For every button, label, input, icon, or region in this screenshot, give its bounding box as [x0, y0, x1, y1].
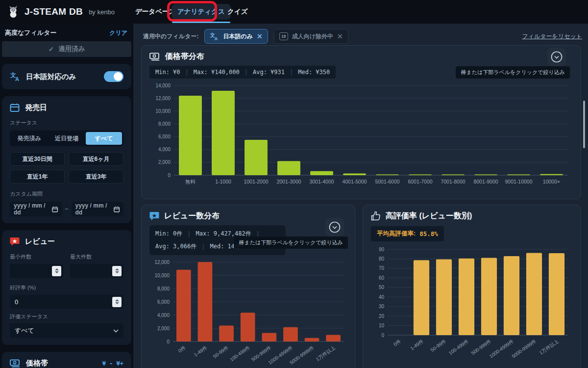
money-icon — [10, 359, 21, 368]
x-axis-label[interactable]: 0件 — [392, 339, 402, 347]
x-axis-label[interactable]: 100-499件 — [448, 339, 470, 356]
bar-0件[interactable] — [176, 270, 191, 342]
rating-status-select[interactable]: すべて — [10, 323, 123, 338]
chart-hint-tooltip: 棒または下部ラベルをクリックで絞り込み — [456, 66, 570, 79]
x-axis-label[interactable]: 100-499件 — [229, 345, 251, 363]
x-axis-label[interactable]: 9001-10000 — [505, 179, 532, 184]
chart-hint-tooltip: 棒または下部ラベルをクリックで絞り込み — [234, 237, 348, 249]
bar-無料[interactable] — [179, 96, 202, 175]
collapse-panel-button[interactable] — [325, 218, 344, 237]
japanese-only-toggle[interactable] — [104, 71, 123, 82]
bar-2001-3000[interactable] — [277, 161, 300, 175]
advanced-filter-title: 高度なフィルター — [5, 28, 57, 37]
min-count-input[interactable] — [10, 264, 63, 278]
x-axis-label[interactable]: 500-999件 — [470, 339, 492, 356]
x-axis-label[interactable]: 8001-9000 — [473, 179, 498, 184]
x-axis-label[interactable]: 1001-2000 — [244, 179, 268, 184]
date-from-input[interactable]: yyyy / mm / dd — [10, 202, 62, 216]
bar-1万件以上[interactable] — [326, 335, 341, 342]
number-spinner[interactable] — [112, 297, 122, 307]
collapse-panel-button[interactable] — [547, 48, 566, 66]
x-axis-label[interactable]: 0件 — [177, 345, 187, 354]
x-axis-label[interactable]: 無料 — [185, 179, 196, 184]
x-axis-label[interactable]: 1-1000 — [215, 179, 231, 184]
close-icon[interactable]: ✕ — [337, 32, 343, 40]
bar-1-49件[interactable] — [414, 260, 429, 335]
y-axis-tick: 50 — [379, 285, 385, 290]
calendar-icon[interactable] — [114, 206, 120, 212]
stat-item: Max: ¥140,000 — [194, 69, 240, 76]
bar-1-1000[interactable] — [212, 91, 235, 175]
number-spinner[interactable] — [112, 266, 122, 276]
bar-1万件以上[interactable] — [549, 253, 564, 335]
bar-5000-9999件[interactable] — [526, 253, 542, 335]
bar-50-99件[interactable] — [436, 259, 452, 335]
x-axis-label[interactable]: 5000-9999件 — [511, 339, 537, 359]
x-axis-label[interactable]: 10000+ — [543, 179, 560, 184]
x-axis-label[interactable]: 1000-4999件 — [488, 339, 514, 359]
x-axis-label[interactable]: 3001-4000 — [309, 179, 334, 184]
x-axis-label[interactable]: 2001-3000 — [276, 179, 301, 184]
positive-rate-input[interactable]: 0 — [10, 295, 123, 309]
bar-1000-4999件[interactable] — [504, 256, 519, 335]
x-axis-label[interactable]: 1万件以上 — [315, 345, 337, 362]
x-axis-label[interactable]: 50-99件 — [212, 345, 229, 359]
bar-5000-9999件[interactable] — [305, 338, 319, 342]
date-preset-button[interactable]: 直近3年 — [69, 170, 123, 184]
clear-filters-link[interactable]: クリア — [109, 29, 127, 37]
date-to-input[interactable]: yyyy / mm / dd — [72, 202, 124, 216]
x-axis-label[interactable]: 1-49件 — [409, 339, 424, 351]
bar-1000-4999件[interactable] — [283, 327, 298, 342]
bar-6001-7000[interactable] — [409, 175, 432, 176]
y-axis-tick: 10,000 — [154, 273, 170, 278]
bar-1001-2000[interactable] — [245, 140, 268, 175]
bar-1-49件[interactable] — [198, 262, 213, 342]
date-preset-button[interactable]: 直近30日間 — [10, 152, 65, 166]
filter-chip[interactable]: 18成人向け除外中✕ — [274, 29, 348, 44]
date-preset-button[interactable]: 直近6ヶ月 — [69, 152, 123, 166]
close-icon[interactable]: ✕ — [257, 32, 263, 40]
price-filter-card[interactable]: 価格帯 ¥ - ¥+ — [2, 352, 131, 368]
reset-filters-link[interactable]: フィルターをリセット — [522, 32, 582, 41]
x-axis-label[interactable]: 1万件以上 — [539, 339, 560, 356]
bar-100-499件[interactable] — [241, 313, 255, 342]
bar-10000+[interactable] — [540, 174, 563, 175]
scrollbar-thumb[interactable] — [583, 101, 585, 148]
stat-item: Med: ¥350 — [298, 69, 330, 76]
stat-item: Avg: 3,066件 — [155, 242, 196, 251]
date-preset-button[interactable]: 直近1年 — [10, 170, 65, 184]
positive-rating-chart: 01020304050607080900件1-49件50-99件100-499件… — [371, 244, 573, 364]
bar-50-99件[interactable] — [219, 326, 234, 342]
svg-text:★: ★ — [13, 238, 17, 244]
positive-rating-panel: 高評価率 (レビュー数別) 平均高評価率: 85.8% 010203040506… — [363, 205, 581, 368]
bar-500-999件[interactable] — [481, 258, 497, 336]
max-count-input[interactable] — [70, 264, 123, 278]
apply-filters-button[interactable]: ✓ 適用済み — [2, 41, 131, 57]
bar-3001-4000[interactable] — [310, 171, 333, 175]
x-axis-label[interactable]: 50-99件 — [430, 339, 447, 353]
status-option[interactable]: 発売済み — [11, 132, 48, 145]
bar-9001-10000[interactable] — [507, 175, 530, 176]
stat-separator: | — [187, 231, 191, 237]
y-axis-tick: 6,000 — [157, 299, 170, 305]
status-option[interactable]: すべて — [86, 132, 122, 145]
number-spinner[interactable] — [52, 266, 61, 276]
x-axis-label[interactable]: 1-49件 — [193, 345, 208, 358]
tab-quiz[interactable]: クイズ — [221, 4, 253, 20]
x-axis-label[interactable]: 7001-8000 — [441, 179, 465, 184]
x-axis-label[interactable]: 6001-7000 — [408, 179, 432, 184]
x-axis-label[interactable]: 5001-6000 — [375, 179, 399, 184]
status-option[interactable]: 近日登場 — [49, 132, 85, 145]
y-axis-tick: 0 — [168, 173, 171, 178]
bar-5001-6000[interactable] — [376, 174, 399, 175]
bar-8001-9000[interactable] — [474, 175, 497, 176]
calendar-icon[interactable] — [52, 206, 58, 212]
filter-chip[interactable]: 文A日本語のみ✕ — [204, 29, 268, 44]
x-axis-label[interactable]: 4001-5000 — [342, 179, 367, 184]
bar-7001-8000[interactable] — [441, 175, 465, 176]
bar-100-499件[interactable] — [459, 259, 474, 335]
bar-4001-5000[interactable] — [343, 174, 366, 175]
status-label: ステータス — [10, 119, 123, 127]
bar-500-999件[interactable] — [262, 333, 276, 342]
y-axis-tick: 6,000 — [158, 134, 171, 139]
